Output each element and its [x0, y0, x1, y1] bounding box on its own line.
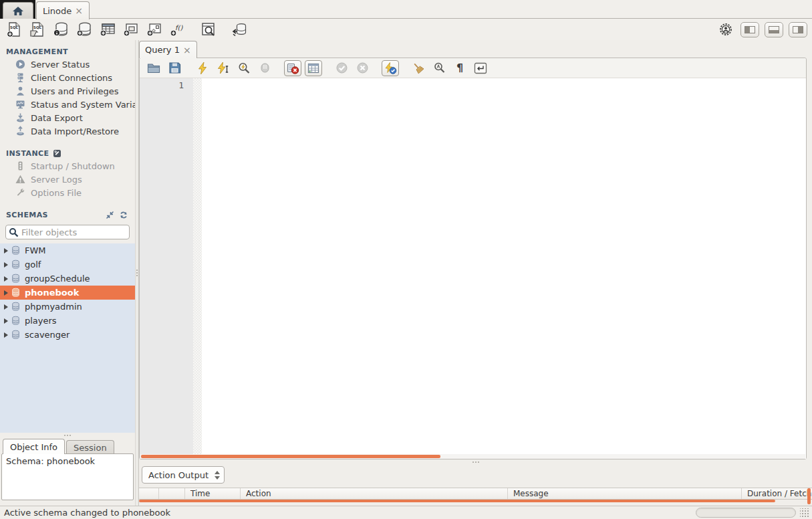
beautify-sql-button[interactable] [410, 60, 427, 76]
collapse-panel-icon[interactable] [106, 211, 114, 219]
open-script-button[interactable] [145, 60, 162, 76]
search-table-data-button[interactable] [199, 21, 218, 38]
schema-row-players[interactable]: players [0, 314, 135, 328]
find-button[interactable] [430, 60, 448, 76]
sql-editor[interactable]: 1 [140, 78, 806, 459]
expander-icon[interactable] [4, 276, 11, 282]
editor-hscrollbar-thumb[interactable] [141, 455, 440, 458]
create-procedure-button[interactable] [145, 21, 164, 38]
tab-object-info[interactable]: Object Info [3, 439, 65, 454]
limit-rows-button[interactable] [305, 60, 322, 76]
rollback-button[interactable] [354, 60, 371, 76]
create-schema-button[interactable] [75, 21, 94, 38]
output-view-select[interactable]: Action Output [142, 466, 225, 484]
sidebar-item-status-system-variables[interactable]: Status and System Variables [0, 98, 135, 111]
sidebar-item-options-file[interactable]: Options File [0, 186, 135, 199]
new-view-icon [122, 21, 140, 37]
toggle-bottom-panel-button[interactable] [765, 22, 783, 37]
close-icon[interactable]: × [183, 45, 191, 55]
sidebar-item-data-import[interactable]: Data Import/Restore [0, 124, 135, 138]
schema-row-fwm[interactable]: FWM [0, 243, 135, 257]
toggle-left-sidebar-button[interactable] [740, 22, 759, 37]
sql-text-area[interactable] [202, 78, 806, 459]
schema-row-phonebook-selected[interactable]: phonebook [0, 286, 135, 300]
expander-icon[interactable] [4, 290, 11, 296]
schema-filter-input[interactable] [21, 227, 135, 237]
tab-label: Session [74, 443, 107, 453]
column-header-time[interactable]: Time [185, 488, 241, 499]
sidebar-item-users-privileges[interactable]: Users and Privileges [0, 84, 135, 98]
column-header-action[interactable]: Action [241, 488, 508, 499]
expander-icon[interactable] [4, 262, 11, 268]
object-info-text: Schema: phonebook [6, 456, 95, 466]
database-icon [11, 288, 21, 298]
bottom-panel-icon [769, 26, 779, 33]
database-icon [11, 330, 21, 340]
connection-tab-label: Linode [43, 6, 72, 16]
new-query-tab-button[interactable]: SQL [5, 21, 23, 38]
new-sql-document-icon: SQL [6, 21, 22, 37]
expander-icon[interactable] [4, 248, 11, 253]
sql-editor-block: ¶ 1 [139, 58, 807, 459]
execute-current-statement-button[interactable] [215, 60, 232, 76]
expander-icon[interactable] [4, 318, 11, 324]
toggle-word-wrap-button[interactable] [472, 60, 489, 76]
sidebar-item-server-logs[interactable]: Server Logs [0, 173, 135, 186]
tab-session[interactable]: Session [66, 440, 114, 454]
refresh-icon[interactable] [119, 211, 128, 219]
sidebar-item-client-connections[interactable]: Client Connections [0, 71, 135, 84]
database-icon [11, 316, 21, 326]
create-table-button[interactable] [98, 21, 117, 38]
sidebar-item-startup-shutdown[interactable]: Startup / Shutdown [0, 159, 135, 173]
schema-row-phpmyadmin[interactable]: phpmyadmin [0, 300, 135, 314]
info-tab-strip: Object Info Session [0, 438, 135, 454]
home-tab[interactable] [3, 2, 33, 19]
sidebar-item-server-status[interactable]: Server Status [0, 58, 135, 71]
sidebar-item-data-export[interactable]: Data Export [0, 111, 135, 124]
toggle-invisibles-button[interactable]: ¶ [451, 60, 468, 76]
preferences-button[interactable] [716, 21, 735, 38]
new-database-icon [76, 21, 93, 37]
schema-row-groupschedule[interactable]: groupSchedule [0, 272, 135, 286]
connection-tab-linode[interactable]: Linode × [36, 1, 90, 19]
line-number: 1 [178, 80, 184, 90]
commit-button[interactable] [333, 60, 350, 76]
expander-icon[interactable] [4, 332, 11, 338]
editor-hscrollbar-track[interactable] [140, 454, 805, 459]
column-header-index[interactable] [159, 488, 185, 499]
resize-grip-icon[interactable] [800, 508, 809, 518]
rollback-cross-icon [356, 62, 369, 74]
stop-query-button[interactable] [256, 60, 273, 76]
output-view-value: Action Output [148, 470, 215, 480]
create-view-button[interactable] [122, 21, 140, 38]
toggle-autocommit-button[interactable] [382, 60, 399, 76]
toggle-right-sidebar-button[interactable] [789, 22, 807, 37]
schema-inspector-button[interactable] [51, 21, 70, 38]
client-connections-icon [15, 72, 26, 83]
schema-name: FWM [25, 245, 46, 255]
output-hscrollbar-thumb[interactable] [139, 500, 775, 502]
reconnect-dbms-button[interactable] [230, 21, 249, 38]
create-function-button[interactable]: f() [168, 21, 187, 38]
open-sql-file-button[interactable]: SQL [28, 21, 47, 38]
schema-row-scavenger[interactable]: scavenger [0, 328, 135, 342]
column-header-duration[interactable]: Duration / Fetch [742, 488, 812, 499]
tab-query-1[interactable]: Query 1 × [139, 41, 197, 58]
close-icon[interactable]: × [75, 6, 83, 15]
user-icon [15, 86, 26, 96]
column-header-message[interactable]: Message [508, 488, 742, 499]
schema-row-golf[interactable]: golf [0, 257, 135, 272]
output-splitter[interactable] [139, 459, 812, 465]
explain-plan-button[interactable] [235, 60, 253, 76]
execute-lightning-icon [196, 62, 209, 75]
home-icon [12, 6, 24, 16]
expander-icon[interactable] [4, 304, 11, 310]
column-header-status[interactable] [139, 488, 159, 499]
schemas-section-header: SCHEMAS [0, 209, 135, 221]
output-selector-row: Action Output [139, 465, 812, 485]
toggle-stop-on-error-button[interactable] [284, 60, 301, 76]
output-vscrollbar-thumb[interactable] [807, 488, 811, 504]
save-script-button[interactable] [166, 60, 183, 76]
execute-button[interactable] [194, 60, 211, 76]
sidebar-splitter[interactable] [0, 433, 135, 438]
